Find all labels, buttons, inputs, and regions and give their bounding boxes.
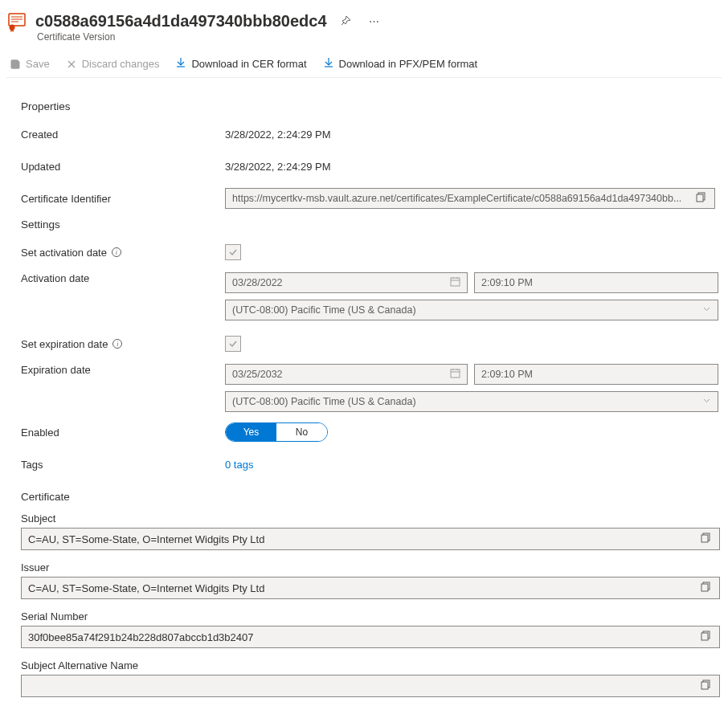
svg-rect-15: [697, 194, 703, 202]
info-icon[interactable]: i: [112, 247, 121, 257]
certificate-icon: [6, 11, 27, 32]
calendar-icon: [450, 368, 460, 381]
svg-rect-7: [13, 60, 17, 63]
download-icon: [323, 57, 334, 71]
svg-rect-20: [451, 369, 460, 378]
activation-time-input: 2:09:10 PM: [474, 272, 718, 293]
updated-label: Updated: [21, 161, 225, 173]
san-field[interactable]: [21, 675, 720, 697]
download-icon: [175, 57, 186, 71]
issuer-value: C=AU, ST=Some-State, O=Internet Widgits …: [28, 582, 697, 594]
copy-button[interactable]: [697, 580, 714, 596]
set-activation-checkbox: [225, 244, 241, 260]
svg-rect-27: [701, 584, 708, 591]
subject-label: Subject: [21, 512, 715, 524]
serial-value: 30f0bee85a74f291b24b228d807abccb1d3b2407: [28, 631, 697, 643]
discard-label: Discard changes: [82, 58, 160, 70]
san-label: Subject Alternative Name: [21, 659, 715, 671]
activation-tz-select: (UTC-08:00) Pacific Time (US & Canada): [225, 300, 718, 320]
copy-button[interactable]: [693, 190, 710, 206]
enabled-label: Enabled: [21, 427, 225, 439]
tags-label: Tags: [21, 459, 225, 471]
copy-button[interactable]: [697, 629, 714, 645]
download-pfx-label: Download in PFX/PEM format: [339, 58, 478, 70]
identifier-field[interactable]: https://mycertkv-msb.vault.azure.net/cer…: [225, 188, 715, 209]
download-pfx-button[interactable]: Download in PFX/PEM format: [323, 57, 478, 71]
more-button[interactable]: ⋯: [364, 12, 384, 31]
download-cer-button[interactable]: Download in CER format: [175, 57, 306, 71]
calendar-icon: [450, 276, 460, 289]
save-label: Save: [26, 58, 50, 70]
chevron-down-icon: [702, 304, 711, 316]
set-expiration-checkbox: [225, 336, 241, 352]
created-value: 3/28/2022, 2:24:29 PM: [225, 129, 331, 141]
pin-button[interactable]: [335, 12, 356, 30]
expiration-tz-select: (UTC-08:00) Pacific Time (US & Canada): [225, 391, 718, 412]
info-icon[interactable]: i: [112, 339, 122, 349]
copy-button[interactable]: [697, 531, 714, 547]
section-certificate: Certificate: [6, 491, 715, 503]
tags-link[interactable]: 0 tags: [225, 459, 253, 471]
created-label: Created: [21, 129, 225, 141]
subject-value: C=AU, ST=Some-State, O=Internet Widgits …: [28, 533, 697, 545]
expiration-time-input: 2:09:10 PM: [474, 364, 718, 385]
set-expiration-label: Set expiration date i: [21, 338, 225, 350]
activation-date-input: 03/28/2022: [225, 272, 468, 293]
subject-field[interactable]: C=AU, ST=Some-State, O=Internet Widgits …: [21, 528, 720, 550]
svg-rect-29: [701, 633, 708, 640]
identifier-label: Certificate Identifier: [21, 193, 225, 205]
expiration-date-label: Expiration date: [21, 364, 225, 376]
enabled-toggle[interactable]: Yes No: [225, 422, 328, 442]
expiration-date-input: 03/25/2032: [225, 364, 468, 385]
download-cer-label: Download in CER format: [191, 58, 306, 70]
svg-rect-25: [701, 535, 708, 542]
identifier-value: https://mycertkv-msb.vault.azure.net/cer…: [232, 193, 693, 204]
toggle-yes[interactable]: Yes: [226, 423, 276, 441]
issuer-label: Issuer: [21, 561, 715, 573]
svg-line-5: [342, 22, 344, 25]
chevron-down-icon: [702, 396, 711, 407]
set-activation-label: Set activation date i: [21, 247, 225, 259]
activation-date-label: Activation date: [21, 272, 225, 284]
copy-button[interactable]: [697, 678, 714, 694]
section-properties: Properties: [21, 100, 715, 112]
discard-button: Discard changes: [66, 58, 160, 70]
section-settings: Settings: [21, 218, 715, 231]
save-button: Save: [10, 58, 50, 70]
svg-rect-16: [451, 278, 460, 286]
svg-rect-6: [13, 65, 18, 68]
issuer-field[interactable]: C=AU, ST=Some-State, O=Internet Widgits …: [21, 577, 720, 599]
toggle-no[interactable]: No: [276, 423, 327, 441]
page-title: c0588a69156a4d1da497340bbb80edc4: [35, 12, 327, 31]
page-subtitle: Certificate Version: [37, 31, 722, 43]
updated-value: 3/28/2022, 2:24:29 PM: [225, 161, 331, 173]
serial-label: Serial Number: [21, 610, 715, 622]
serial-field[interactable]: 30f0bee85a74f291b24b228d807abccb1d3b2407: [21, 626, 720, 648]
toolbar: Save Discard changes Download in CER for…: [6, 52, 722, 78]
svg-rect-31: [701, 682, 708, 689]
